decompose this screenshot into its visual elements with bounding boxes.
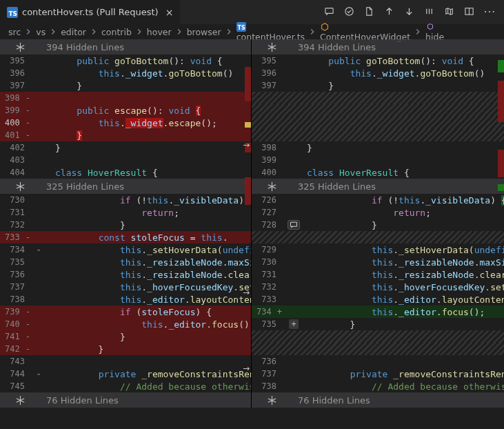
code-line[interactable]: 727 return; (252, 206, 504, 219)
fold-label: 76 Hidden Lines (46, 395, 119, 406)
line-number: 736 (252, 357, 286, 366)
symbol-class-icon (320, 22, 330, 32)
snowflake-icon[interactable] (267, 181, 277, 192)
code-line[interactable]: 735+ } (252, 318, 504, 330)
folded-region[interactable]: 76 Hidden Lines (252, 392, 504, 408)
line-number: 739- (0, 307, 34, 317)
map-icon[interactable] (444, 6, 454, 19)
code-line[interactable]: 730 if (!this._visibleData) { (0, 194, 251, 206)
code-line[interactable]: 735 this._resizableNode.maxSi (0, 256, 251, 268)
code-line[interactable]: 739- if (stoleFocus) { (0, 306, 251, 318)
code-line[interactable]: 729 this._setHoverData(undefi (252, 243, 504, 256)
crumb-item[interactable]: browser (187, 27, 221, 37)
folded-region[interactable]: 325 Hidden Lines (252, 179, 504, 194)
code-line[interactable]: 737 private _removeConstraintsRen (252, 368, 504, 380)
crumb-item[interactable]: hover (147, 27, 172, 37)
code-line[interactable]: 403 (0, 154, 251, 166)
code-line[interactable]: 398- (0, 92, 251, 104)
code-line[interactable]: 736 this._resizableNode.clear (0, 268, 251, 281)
crumb-item[interactable]: contrib (101, 27, 132, 37)
code-line[interactable] (252, 231, 504, 243)
code-line[interactable]: 399 (252, 154, 504, 166)
code-line[interactable]: 399- public escape(): void { (0, 104, 251, 117)
split-icon[interactable] (464, 6, 474, 19)
arrow-down-icon[interactable] (404, 6, 414, 19)
code-line[interactable]: 395 public goToBottom(): void { (0, 54, 251, 67)
code-line[interactable]: 732 this._hoverFocusedKey.set (252, 281, 504, 293)
code-content: this._hoverFocusedKey.set (307, 282, 504, 292)
code-line[interactable]: 402} (0, 141, 251, 154)
chevron-right-icon (89, 27, 99, 37)
code-line[interactable]: 731 return; (0, 206, 251, 219)
collapse-caret-icon[interactable]: ⌄ (36, 369, 41, 377)
code-line[interactable]: 401- } (0, 129, 251, 141)
code-line[interactable]: 741- } (0, 330, 251, 343)
code-line[interactable] (252, 343, 504, 355)
code-line[interactable]: 732 } (0, 219, 251, 231)
code-line[interactable]: 396 this._widget.goToBottom() (252, 67, 504, 79)
code-line[interactable]: 734+ this._editor.focus(); (252, 306, 504, 318)
line-number: 737 (252, 369, 286, 379)
code-content: } (55, 130, 251, 141)
code-line[interactable]: 728 } (252, 219, 504, 231)
diff-left-pane[interactable]: 394 Hidden Lines395 public goToBottom():… (0, 39, 252, 408)
crumb-item[interactable]: editor (61, 27, 86, 37)
code-line[interactable]: 742- } (0, 343, 251, 355)
whitespace-icon[interactable] (424, 6, 434, 19)
crumb-item[interactable]: src (8, 27, 21, 37)
line-number: 397 (252, 81, 286, 90)
arrow-up-icon[interactable] (384, 6, 394, 19)
breadcrumbs[interactable]: srcvseditorcontribhoverbrowserTS content… (0, 24, 504, 39)
code-content: this._widget.goToBottom() (307, 68, 504, 79)
editor-tab[interactable]: TS contentHover.ts (Pull Request) × (0, 0, 180, 24)
folded-region[interactable]: 394 Hidden Lines (0, 39, 251, 54)
code-line[interactable]: 397 } (0, 79, 251, 92)
revert-arrow-icon[interactable]: → (243, 140, 250, 150)
diff-editor: 394 Hidden Lines395 public goToBottom():… (0, 39, 504, 408)
file-icon[interactable] (364, 6, 374, 19)
code-line[interactable]: 400class HoverResult { (252, 166, 504, 179)
snowflake-icon[interactable] (267, 395, 277, 406)
folded-region[interactable]: 325 Hidden Lines (0, 179, 251, 194)
code-line[interactable] (252, 92, 504, 104)
code-line[interactable]: 733 this._editor.layoutConten (252, 293, 504, 306)
diff-right-pane[interactable]: 394 Hidden Lines395 public goToBottom():… (252, 39, 504, 408)
code-line[interactable]: 743 (0, 355, 251, 368)
folded-region[interactable]: 394 Hidden Lines (252, 39, 504, 54)
code-content: this._resizableNode.maxSi (55, 257, 251, 268)
code-line[interactable]: 398} (252, 141, 504, 154)
code-line[interactable]: 404class HoverResult { (0, 166, 251, 179)
code-line[interactable]: 730 this._resizableNode.maxSi (252, 256, 504, 268)
code-line[interactable]: 745 // Added because otherwis (0, 380, 251, 392)
close-icon[interactable]: × (165, 7, 174, 18)
folded-region[interactable]: 76 Hidden Lines (0, 392, 251, 408)
code-line[interactable]: 736 (252, 355, 504, 368)
code-line[interactable]: 738 this._editor.layoutConten (0, 293, 251, 306)
collapse-caret-icon[interactable]: ⌄ (36, 245, 41, 252)
revert-arrow-icon[interactable]: → (243, 288, 250, 297)
line-number: 728 (252, 220, 286, 230)
code-line[interactable]: 395 public goToBottom(): void { (252, 54, 504, 67)
code-line[interactable]: 738 // Added because otherwis (252, 380, 504, 392)
snowflake-icon[interactable] (267, 42, 277, 52)
code-line[interactable]: 731 this._resizableNode.clear (252, 268, 504, 281)
snowflake-icon[interactable] (15, 181, 26, 192)
code-line[interactable] (252, 117, 504, 129)
crumb-item[interactable]: vs (36, 27, 46, 37)
comment-icon[interactable] (324, 6, 334, 19)
revert-arrow-icon[interactable]: → (243, 363, 250, 373)
code-line[interactable] (252, 330, 504, 343)
code-line[interactable]: 400- this._widget.escape(); (0, 117, 251, 129)
code-line[interactable]: 396 this._widget.goToBottom() (0, 67, 251, 79)
code-line[interactable] (252, 104, 504, 117)
code-line[interactable]: 740- this._editor.focus(); (0, 318, 251, 330)
code-line[interactable] (252, 129, 504, 141)
code-line[interactable]: 737 this._hoverFocusedKey.set (0, 281, 251, 293)
code-line[interactable]: 397 } (252, 79, 504, 92)
snowflake-icon[interactable] (15, 42, 26, 52)
snowflake-icon[interactable] (15, 395, 26, 406)
code-line[interactable]: 733- const stoleFocus = this. (0, 231, 251, 243)
more-icon[interactable]: ··· (484, 6, 496, 19)
code-line[interactable]: 726 if (!this._visibleData) { (252, 194, 504, 206)
check-icon[interactable] (344, 6, 354, 19)
